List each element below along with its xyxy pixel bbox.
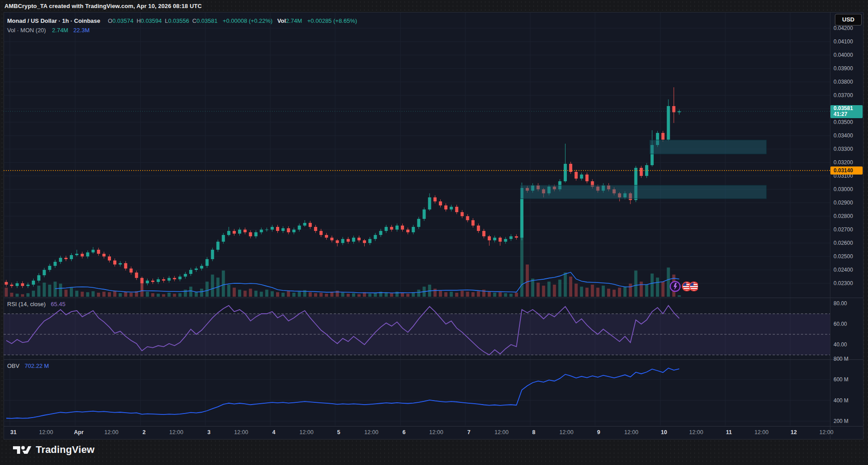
price-axis-label: 0.03500 [834, 119, 865, 125]
time-axis-label: 12:00 [817, 429, 836, 435]
rsi-value: 65.45 [51, 301, 66, 307]
rsi-label: RSI (14, close) [7, 301, 46, 307]
rsi-legend[interactable]: RSI (14, close) 65.45 [7, 301, 65, 307]
time-axis-label: 12:00 [426, 429, 446, 435]
monad-logo-icon [670, 282, 680, 291]
obv-legend[interactable]: OBV 702.22 M [7, 363, 49, 369]
attribution-text: AMBCrypto_TA created with TradingView.co… [4, 3, 202, 9]
time-axis-label: 12:00 [102, 429, 121, 435]
volume-indicator-value: 2.74M [52, 27, 68, 34]
time-axis-label: 12:00 [686, 429, 706, 435]
attribution-bar: AMBCrypto_TA created with TradingView.co… [0, 0, 868, 12]
time-axis-label: 12:00 [752, 429, 771, 435]
price-axis-label: 0.02800 [834, 213, 865, 219]
price-axis[interactable]: USD 0.03581 41:27 0.03140 0.042000.04100… [830, 12, 864, 439]
open-key: O [108, 17, 112, 24]
time-axis-label: 7 [459, 429, 479, 435]
high-value: 0.03594 [141, 17, 162, 24]
vol-value: 2.74M [286, 17, 302, 24]
time-axis-label: 31 [4, 429, 23, 435]
price-axis-label: 0.03400 [834, 132, 865, 139]
vol-change-value: +0.00285 (+8.65%) [307, 17, 357, 24]
obv-axis-label: 600 M [834, 376, 865, 383]
high-key: H [136, 17, 140, 24]
rsi-axis-label: 40.00 [834, 341, 865, 348]
time-axis-label: 12:00 [557, 429, 576, 435]
time-axis-label: 12 [784, 429, 804, 435]
time-axis-label: 12:00 [231, 429, 251, 435]
time-axis-label: 12:00 [362, 429, 381, 435]
obv-axis-label: 400 M [834, 397, 865, 404]
time-axis-label: 5 [329, 429, 349, 435]
obv-label: OBV [7, 363, 19, 369]
low-value: 0.03556 [168, 17, 189, 24]
bar-countdown: 41:27 [834, 111, 863, 117]
open-value: 0.03574 [112, 17, 133, 24]
tradingview-logo[interactable]: TradingView [13, 443, 94, 456]
obv-axis-label: 800 M [834, 356, 865, 362]
usd-flag-icon [682, 282, 698, 291]
price-axis-label: 0.03700 [834, 92, 865, 98]
volume-indicator-label: Vol · MON (20) [7, 27, 46, 34]
time-axis-label: 2 [134, 429, 154, 435]
change-value: +0.00008 (+0.22%) [223, 17, 272, 24]
price-axis-label: 0.02700 [834, 226, 865, 233]
price-axis-label: 0.04000 [834, 52, 865, 58]
hline-price-label: 0.03140 [830, 166, 863, 175]
time-axis-label: 3 [199, 429, 219, 435]
time-axis-label: 8 [524, 429, 544, 435]
time-axis-label: Apr [69, 429, 89, 435]
close-key: C [192, 17, 196, 24]
branding-bar: TradingView [0, 439, 868, 465]
last-price-value: 0.03581 [834, 106, 863, 111]
low-key: L [165, 17, 168, 24]
rsi-axis-label: 80.00 [834, 300, 865, 307]
time-axis-label: 12:00 [166, 429, 186, 435]
time-axis-label: 6 [394, 429, 414, 435]
price-axis-label: 0.03300 [834, 146, 865, 152]
symbol-title[interactable]: Monad / US Dollar · 1h · Coinbase [7, 17, 100, 24]
currency-toggle-button[interactable]: USD [835, 14, 862, 26]
chart-frame [4, 12, 864, 439]
rsi-axis-label: 60.00 [834, 321, 865, 327]
price-axis-label: 0.03000 [834, 186, 865, 192]
volume-indicator-row[interactable]: Vol · MON (20) 2.74M 22.3M [7, 26, 357, 35]
close-value: 0.03581 [196, 17, 217, 24]
obv-axis-label: 200 M [834, 418, 865, 424]
ohlc-row: Monad / US Dollar · 1h · CoinbaseO0.0357… [7, 16, 357, 26]
price-axis-label: 0.03800 [834, 79, 865, 85]
price-axis-label: 0.03900 [834, 65, 865, 72]
tradingview-logo-icon [13, 443, 31, 456]
price-axis-label: 0.02900 [834, 200, 865, 206]
tradingview-logo-text: TradingView [36, 444, 94, 456]
pair-logo-icons [669, 280, 698, 293]
price-axis-label: 0.03200 [834, 159, 865, 166]
time-axis-label: 9 [589, 429, 608, 435]
price-axis-label: 0.04100 [834, 38, 865, 45]
price-axis-label: 0.02500 [834, 253, 865, 260]
time-axis-label: 12:00 [36, 429, 56, 435]
vol-key: Vol [277, 17, 286, 24]
obv-value: 702.22 M [25, 363, 49, 369]
time-axis-label: 11 [719, 429, 739, 435]
time-axis-label: 12:00 [621, 429, 641, 435]
time-axis-label: 12:00 [297, 429, 316, 435]
price-axis-label: 0.02600 [834, 240, 865, 246]
time-axis-label: 12:00 [492, 429, 511, 435]
time-axis-label: 10 [654, 429, 674, 435]
pair-logos [669, 280, 698, 293]
price-axis-label: 0.02300 [834, 280, 865, 286]
time-axis[interactable]: 3112:00Apr12:00212:00312:00412:00512:006… [4, 426, 830, 439]
last-price-label: 0.03581 41:27 [830, 105, 863, 118]
volume-ma-value: 22.3M [73, 27, 89, 34]
time-axis-label: 4 [264, 429, 284, 435]
tradingview-chart-app: AMBCrypto_TA created with TradingView.co… [0, 0, 868, 465]
symbol-legend[interactable]: Monad / US Dollar · 1h · CoinbaseO0.0357… [7, 16, 357, 35]
price-axis-label: 0.02400 [834, 267, 865, 273]
price-axis-label: 0.04200 [834, 25, 865, 31]
